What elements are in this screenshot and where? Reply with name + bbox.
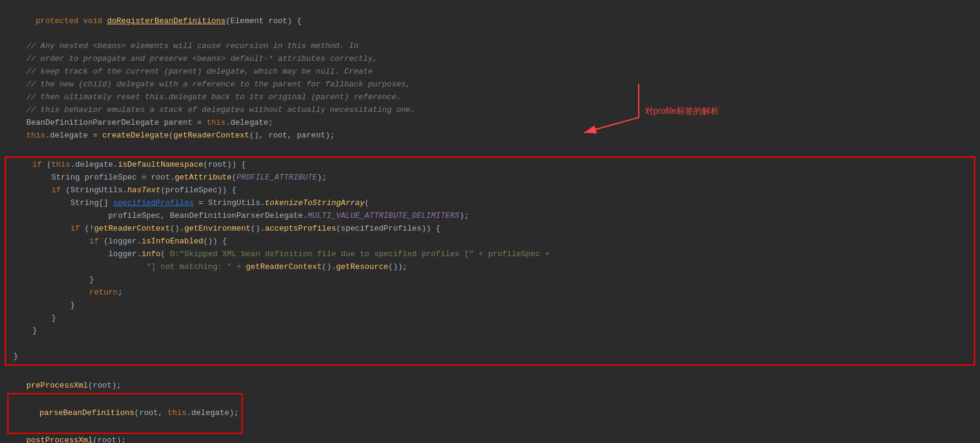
comment: // Any nested <beans> elements will caus… xyxy=(7,41,358,51)
code-line-if-delegate: if (this.delegate.isDefaultNamespace(roo… xyxy=(6,159,974,172)
code-line-empty3 xyxy=(6,338,974,351)
code-line-comment1: // Any nested <beans> elements will caus… xyxy=(0,40,980,53)
keyword-this2: this xyxy=(26,131,45,140)
code-line-comment6: // this behavior emulates a stack of del… xyxy=(0,104,980,117)
method-tokenizeToStringArray: tokenizeToStringArray xyxy=(265,198,365,208)
class-StringUtils: StringUtils xyxy=(71,186,123,195)
string-skipped: O:"Skipped XML bean definition file due … xyxy=(170,249,549,259)
method-getReaderContext3: getReaderContext xyxy=(246,262,322,271)
class-String-arr: String[] xyxy=(71,198,108,208)
code-line-close-brace1: } xyxy=(6,274,974,287)
keyword-return: return xyxy=(89,288,118,297)
method-hasText: hasText xyxy=(127,186,161,195)
code-line: protected void doRegisterBeanDefinitions… xyxy=(0,2,980,40)
red-box-profile: if (this.delegate.isDefaultNamespace(roo… xyxy=(5,156,975,366)
keyword-this3: this xyxy=(51,160,70,169)
keyword-void: void xyxy=(83,16,102,26)
code-line-return: return; xyxy=(6,287,974,299)
field-PROFILE_ATTRIBUTE: PROFILE_ATTRIBUTE xyxy=(237,173,318,182)
keyword-if2: if xyxy=(51,186,61,195)
code-line-logger-info-cont: "] not matching: " + getReaderContext().… xyxy=(6,261,974,274)
method-postProcessXml: postProcessXml xyxy=(26,436,92,443)
method-info: info xyxy=(142,249,161,259)
code-line-delegate-assign: this.delegate = createDelegate(getReader… xyxy=(0,130,980,142)
param-type: Element xyxy=(231,16,264,26)
method-isDefaultNamespace: isDefaultNamespace xyxy=(118,160,203,169)
code-line-close-brace2: } xyxy=(6,299,974,312)
code-line-postProcessXml: postProcessXml(root); xyxy=(0,434,980,443)
method-getReaderContext2: getReaderContext xyxy=(94,224,170,233)
method-preProcessXml: preProcessXml xyxy=(26,381,88,390)
keyword-this: this xyxy=(207,118,226,127)
code-line-comment3: // keep track of the current (parent) de… xyxy=(0,66,980,78)
code-line-outer-close: } xyxy=(6,351,974,363)
field-MULTI_VALUE: MULTI_VALUE_ATTRIBUTE_DELIMITERS xyxy=(308,211,460,220)
class-StringUtils2: StringUtils xyxy=(208,198,260,208)
comment: // keep track of the current (parent) de… xyxy=(7,67,373,76)
class-BeanDef2: BeanDefinitionParserDelegate xyxy=(170,211,302,220)
method-getEnvironment: getEnvironment xyxy=(184,224,251,233)
method-createDelegate: createDelegate xyxy=(102,131,169,140)
code-line-if-accepts: if (!getReaderContext().getEnvironment()… xyxy=(6,223,974,235)
keyword-if3: if xyxy=(71,224,80,233)
class-String: String xyxy=(51,173,80,182)
class-BeanDefinitionParserDelegate: BeanDefinitionParserDelegate xyxy=(26,118,159,127)
red-box-parseBeanDefinitions: parseBeanDefinitions(root, this.delegate… xyxy=(7,393,243,433)
code-line-preProcessXml: preProcessXml(root); xyxy=(0,380,980,392)
method-getAttribute: getAttribute xyxy=(175,173,232,182)
method-isInfoEnabled: isInfoEnabled xyxy=(142,237,203,246)
comment: // order to propagate and preserve <bean… xyxy=(7,54,378,63)
code-line-empty2: } xyxy=(6,312,974,325)
keyword-protected: protected xyxy=(36,16,78,26)
string-not-matching: "] not matching: " + xyxy=(146,262,246,271)
code-line-logger-info: logger.info( O:"Skipped XML bean definit… xyxy=(6,248,974,261)
method-getResource: getResource xyxy=(336,262,389,271)
code-line-comment4: // the new (child) delegate with a refer… xyxy=(0,78,980,91)
code-line-parent-decl: BeanDefinitionParserDelegate parent = th… xyxy=(0,117,980,130)
comment: // the new (child) delegate with a refer… xyxy=(7,80,411,89)
code-line-profileSpec-cont: profileSpec, BeanDefinitionParserDelegat… xyxy=(6,210,974,223)
code-line-profileSpec: String profileSpec = root.getAttribute(P… xyxy=(6,172,974,184)
method-doRegisterBeanDefinitions: doRegisterBeanDefinitions xyxy=(107,16,226,26)
code-line-comment2: // order to propagate and preserve <bean… xyxy=(0,53,980,66)
code-line-if-logger: if (logger.isInfoEnabled()) { xyxy=(6,235,974,248)
method-getReaderContext: getReaderContext xyxy=(173,131,249,140)
comment: // this behavior emulates a stack of del… xyxy=(7,105,415,114)
keyword-this4: this xyxy=(167,408,186,417)
code-editor: protected void doRegisterBeanDefinitions… xyxy=(0,0,980,443)
keyword-if4: if xyxy=(89,237,99,246)
code-line-if-stringutils: if (StringUtils.hasText(profileSpec)) { xyxy=(6,184,974,197)
code-line-comment5: // then ultimately reset this.delegate b… xyxy=(0,91,980,104)
keyword-if: if xyxy=(32,160,42,169)
annotation-text: 对profile标签的解析 xyxy=(645,104,719,117)
method-parseBeanDefinitions: parseBeanDefinitions xyxy=(40,408,134,417)
comment: // then ultimately reset this.delegate b… xyxy=(7,92,401,102)
code-line-close-if: } xyxy=(6,325,974,338)
code-line-empty4 xyxy=(0,367,980,380)
code-line-specifiedProfiles: String[] specifiedProfiles = StringUtils… xyxy=(6,197,974,210)
var-specifiedProfiles: specifiedProfiles xyxy=(113,198,194,208)
code-line-empty1 xyxy=(0,142,980,155)
code-line-parseBeanDefs: parseBeanDefinitions(root, this.delegate… xyxy=(0,392,980,434)
method-acceptsProfiles: acceptsProfiles xyxy=(265,224,336,233)
